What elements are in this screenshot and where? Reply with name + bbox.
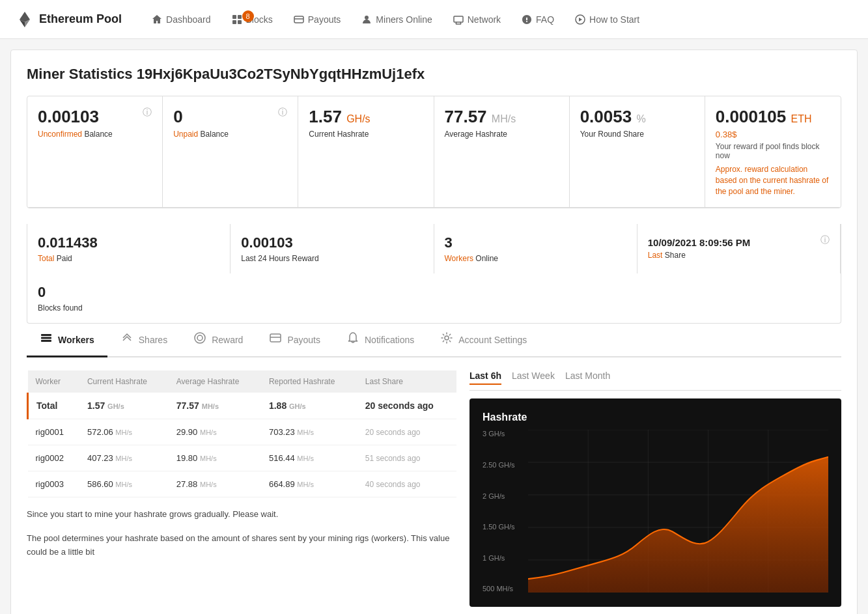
rig0003-average: 27.88 MH/s bbox=[169, 471, 261, 497]
total-current-hashrate: 1.57 GH/s bbox=[79, 393, 169, 419]
tab-workers[interactable]: Workers bbox=[27, 324, 107, 357]
tab-reward[interactable]: Reward bbox=[180, 324, 256, 357]
info-icon-1[interactable]: ⓘ bbox=[143, 107, 152, 119]
svg-point-18 bbox=[195, 333, 205, 343]
nav-item-miners-online[interactable]: Miners Online bbox=[352, 9, 441, 30]
nav-item-faq[interactable]: FAQ bbox=[512, 9, 563, 30]
table-row: rig0002 407.23 MH/s 19.80 MH/s 516.44 MH… bbox=[28, 445, 457, 471]
stat-eth-reward: 0.000105 ETH 0.38$ Your reward if pool f… bbox=[705, 96, 841, 208]
chart-area: 3 GH/s 2.50 GH/s 2 GH/s 1.50 GH/s 1 GH/s… bbox=[483, 430, 828, 593]
rig0002-name: rig0002 bbox=[28, 445, 79, 471]
stat-average-hashrate: 77.57 MH/s Average Hashrate bbox=[434, 96, 570, 208]
how-to-start-icon bbox=[575, 14, 585, 25]
content-area: Worker Current Hashrate Average Hashrate… bbox=[27, 370, 841, 607]
bell-icon bbox=[346, 331, 359, 348]
stat-last24h-reward: 0.00103 Last 24 Hours Reward bbox=[231, 224, 434, 273]
svg-point-22 bbox=[445, 336, 449, 340]
workers-section: Worker Current Hashrate Average Hashrate… bbox=[27, 370, 456, 607]
layers-icon bbox=[40, 331, 53, 348]
shares-icon bbox=[120, 331, 133, 348]
chart-section: Last 6h Last Week Last Month Hashrate 3 … bbox=[469, 370, 841, 607]
stat-unpaid-balance: ⓘ 0 Unpaid Balance bbox=[163, 96, 298, 208]
table-row-total: Total 1.57 GH/s 77.57 MH/s 1.88 GH/s bbox=[28, 393, 457, 419]
table-row: rig0001 572.06 MH/s 29.90 MH/s 703.23 MH… bbox=[28, 419, 457, 445]
rig0003-current: 586.60 MH/s bbox=[79, 471, 169, 497]
main-nav: Dashboard Blocks 8 Payouts Miners Online… bbox=[143, 9, 852, 30]
nav-item-payouts[interactable]: Payouts bbox=[285, 9, 350, 30]
chart-tab-lastweek[interactable]: Last Week bbox=[512, 370, 555, 385]
col-last-share: Last Share bbox=[357, 370, 456, 393]
col-average-hashrate: Average Hashrate bbox=[169, 370, 261, 393]
tab-payouts-icon bbox=[269, 331, 282, 348]
reward-icon bbox=[193, 331, 206, 348]
svg-rect-16 bbox=[41, 337, 51, 339]
nav-item-dashboard[interactable]: Dashboard bbox=[143, 9, 220, 30]
total-average-hashrate: 77.57 MH/s bbox=[169, 393, 261, 419]
header: Ethereum Pool Dashboard Blocks 8 Payouts… bbox=[0, 0, 868, 39]
rig0001-reported: 703.23 MH/s bbox=[261, 419, 357, 445]
svg-rect-6 bbox=[238, 20, 242, 24]
svg-rect-4 bbox=[238, 15, 242, 19]
chart-tab-lastmonth[interactable]: Last Month bbox=[565, 370, 610, 385]
nav-item-network[interactable]: Network bbox=[444, 9, 510, 30]
rig0002-last-share: 51 seconds ago bbox=[357, 445, 456, 471]
stat-current-hashrate: 1.57 GH/s Current Hashrate bbox=[298, 96, 434, 208]
stats-grid-row1: ⓘ 0.00103 Unconfirmed Balance ⓘ 0 Unpaid… bbox=[27, 96, 841, 208]
col-worker: Worker bbox=[28, 370, 79, 393]
blocks-badge: 8 bbox=[242, 10, 254, 22]
chart-tab-last6h[interactable]: Last 6h bbox=[469, 370, 501, 385]
rig0002-average: 19.80 MH/s bbox=[169, 445, 261, 471]
nav-item-blocks[interactable]: Blocks 8 bbox=[223, 9, 282, 30]
info-icon-3[interactable]: ⓘ bbox=[820, 234, 830, 246]
info-icon-2[interactable]: ⓘ bbox=[278, 107, 287, 119]
rig0002-current: 407.23 MH/s bbox=[79, 445, 169, 471]
chart-tabs: Last 6h Last Week Last Month bbox=[469, 370, 841, 391]
svg-rect-15 bbox=[41, 340, 51, 342]
ethereum-icon bbox=[16, 10, 34, 29]
stat-last-share: ⓘ 10/09/2021 8:09:56 PM Last Share bbox=[637, 224, 841, 273]
total-reported-hashrate: 1.88 GH/s bbox=[261, 393, 357, 419]
payouts-icon bbox=[294, 14, 304, 25]
total-last-share: 20 seconds ago bbox=[357, 393, 456, 419]
rig0003-last-share: 40 seconds ago bbox=[357, 471, 456, 497]
svg-rect-10 bbox=[454, 16, 463, 22]
nav-item-how-to-start[interactable]: How to Start bbox=[566, 9, 649, 30]
tab-account-settings[interactable]: Account Settings bbox=[427, 324, 540, 357]
hashrate-svg bbox=[528, 430, 828, 593]
stat-workers-online: 3 Workers Online bbox=[434, 224, 637, 273]
col-reported-hashrate: Reported Hashrate bbox=[261, 370, 357, 393]
svg-rect-20 bbox=[270, 334, 281, 342]
svg-point-19 bbox=[197, 335, 203, 341]
rig0001-name: rig0001 bbox=[28, 419, 79, 445]
rig0003-name: rig0003 bbox=[28, 471, 79, 497]
rig0001-last-share: 20 seconds ago bbox=[357, 419, 456, 445]
rig0001-current: 572.06 MH/s bbox=[79, 419, 169, 445]
chart-svg-container bbox=[528, 430, 828, 593]
tab-notifications[interactable]: Notifications bbox=[333, 324, 427, 357]
blocks-icon bbox=[232, 14, 242, 25]
rig0002-reported: 516.44 MH/s bbox=[261, 445, 357, 471]
faq-icon bbox=[522, 14, 532, 25]
note-1: Since you start to mine your hashrate gr… bbox=[27, 508, 456, 522]
chart-title: Hashrate bbox=[483, 412, 828, 423]
svg-rect-7 bbox=[294, 16, 303, 23]
section-tabs: Workers Shares Reward Payouts bbox=[27, 324, 841, 357]
svg-rect-3 bbox=[232, 15, 236, 19]
hashrate-chart: Hashrate 3 GH/s 2.50 GH/s 2 GH/s 1.50 GH… bbox=[469, 398, 841, 607]
logo: Ethereum Pool bbox=[16, 10, 122, 29]
stat-unconfirmed-balance: ⓘ 0.00103 Unconfirmed Balance bbox=[27, 96, 163, 208]
chart-y-labels: 3 GH/s 2.50 GH/s 2 GH/s 1.50 GH/s 1 GH/s… bbox=[483, 430, 528, 593]
logo-text: Ethereum Pool bbox=[39, 12, 122, 26]
network-icon bbox=[453, 14, 464, 25]
col-current-hashrate: Current Hashrate bbox=[79, 370, 169, 393]
svg-rect-17 bbox=[41, 334, 51, 336]
tab-shares[interactable]: Shares bbox=[107, 324, 180, 357]
page-title: Miner Statistics 19Hxj6KpaUu3Co2TSyNbYgq… bbox=[27, 66, 841, 83]
tab-payouts[interactable]: Payouts bbox=[256, 324, 333, 357]
table-header-row: Worker Current Hashrate Average Hashrate… bbox=[28, 370, 457, 393]
stats-grid-row2: 0.011438 Total Paid 0.00103 Last 24 Hour… bbox=[27, 224, 841, 324]
note-2: The pool determines your hashrate based … bbox=[27, 532, 456, 559]
stat-total-paid: 0.011438 Total Paid bbox=[27, 224, 231, 273]
main-content: Miner Statistics 19Hxj6KpaUu3Co2TSyNbYgq… bbox=[10, 49, 858, 614]
workers-table: Worker Current Hashrate Average Hashrate… bbox=[27, 370, 456, 497]
